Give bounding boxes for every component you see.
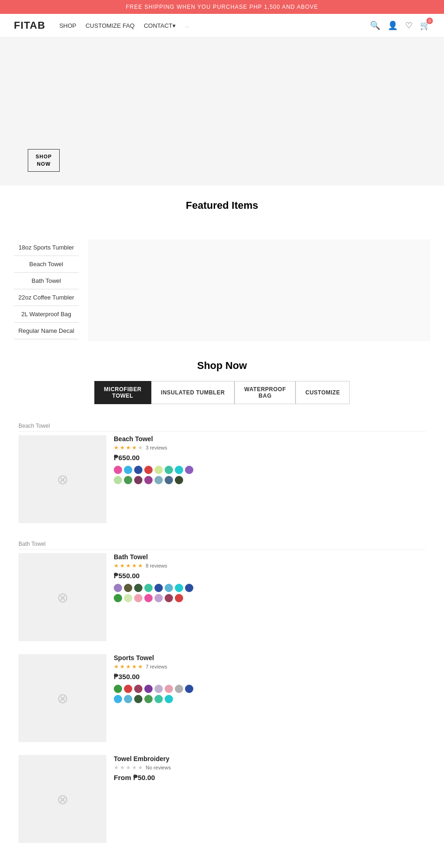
tab-tumbler[interactable]: INSULATED TUMBLER xyxy=(151,381,234,404)
product-info-bath-towel: Bath Towel ★ ★ ★ ★ ★ 8 reviews ₱550.00 xyxy=(114,553,202,602)
color-swatch[interactable] xyxy=(124,476,132,484)
color-swatch[interactable] xyxy=(165,594,173,602)
color-swatch[interactable] xyxy=(124,695,132,703)
product-image-beach-towel[interactable]: ⊗ xyxy=(18,435,106,523)
star-2: ★ xyxy=(120,764,125,771)
color-swatch[interactable] xyxy=(165,466,173,474)
stars-embroidery: ★ ★ ★ ★ ★ xyxy=(114,764,143,771)
color-swatch[interactable] xyxy=(114,695,122,703)
tab-microfiber[interactable]: MICROFIBERTOWEL xyxy=(94,381,151,404)
product-image-embroidery[interactable]: ⊗ xyxy=(18,755,106,843)
sidebar-item-bath-towel[interactable]: Bath Towel xyxy=(14,273,79,289)
featured-images-area xyxy=(88,239,430,341)
hero-shop-now-button[interactable]: SHOP NOW xyxy=(28,149,60,172)
product-image-sports-towel[interactable]: ⊗ xyxy=(18,654,106,742)
star-2: ★ xyxy=(120,444,125,451)
product-placeholder-icon: ⊗ xyxy=(57,471,68,487)
banner-text: FREE SHIPPING WHEN YOU PURCHASE PHP 1,50… xyxy=(126,4,318,10)
color-swatch[interactable] xyxy=(175,476,183,484)
color-swatch[interactable] xyxy=(144,594,153,602)
sidebar-item-sports-tumbler[interactable]: 18oz Sports Tumbler xyxy=(14,239,79,256)
stars-bath-towel: ★ ★ ★ ★ ★ xyxy=(114,562,143,569)
sidebar-item-coffee-tumbler[interactable]: 22oz Coffee Tumbler xyxy=(14,289,79,306)
color-swatch[interactable] xyxy=(114,476,122,484)
product-info-sports-towel: Sports Towel ★ ★ ★ ★ ★ 7 reviews ₱350.00 xyxy=(114,654,202,703)
color-swatch[interactable] xyxy=(185,584,193,592)
color-swatch[interactable] xyxy=(134,584,142,592)
product-name-embroidery: Towel Embroidery xyxy=(114,755,171,762)
sidebar-item-beach-towel[interactable]: Beach Towel xyxy=(14,256,79,273)
color-swatch[interactable] xyxy=(144,695,153,703)
product-name-beach-towel: Beach Towel xyxy=(114,435,202,443)
color-swatch[interactable] xyxy=(154,466,163,474)
color-swatch[interactable] xyxy=(165,476,173,484)
color-swatch[interactable] xyxy=(154,594,163,602)
star-5: ★ xyxy=(138,663,143,670)
stars-beach-towel: ★ ★ ★ ★ ★ xyxy=(114,444,143,451)
product-reviews-beach-towel: ★ ★ ★ ★ ★ 3 reviews xyxy=(114,444,202,451)
color-swatch[interactable] xyxy=(175,685,183,693)
search-icon[interactable]: 🔍 xyxy=(370,20,380,31)
color-swatch[interactable] xyxy=(134,685,142,693)
swatches-sports-towel xyxy=(114,685,202,703)
color-swatch[interactable] xyxy=(114,685,122,693)
color-swatch[interactable] xyxy=(114,594,122,602)
logo[interactable]: FITAB xyxy=(14,19,45,31)
color-swatch[interactable] xyxy=(134,476,142,484)
color-swatch[interactable] xyxy=(124,685,132,693)
nav-shop[interactable]: SHOP xyxy=(59,22,76,29)
color-swatch[interactable] xyxy=(134,695,142,703)
wishlist-icon[interactable]: ♡ xyxy=(405,20,413,31)
color-swatch[interactable] xyxy=(124,584,132,592)
star-1: ★ xyxy=(114,562,119,569)
tab-customize[interactable]: CUSTOMIZE xyxy=(296,381,350,404)
color-swatch[interactable] xyxy=(175,584,183,592)
color-swatch[interactable] xyxy=(165,695,173,703)
color-swatch[interactable] xyxy=(154,685,163,693)
color-swatch[interactable] xyxy=(175,594,183,602)
swatches-beach-towel xyxy=(114,466,202,484)
color-swatch[interactable] xyxy=(185,466,193,474)
color-swatch[interactable] xyxy=(124,594,132,602)
cart-icon[interactable]: 🛒 0 xyxy=(420,20,430,31)
color-swatch[interactable] xyxy=(124,466,132,474)
hero-shop-line1: SHOP xyxy=(36,154,52,159)
sidebar-item-name-decal[interactable]: Regular Name Decal xyxy=(14,323,79,339)
nav-extra: ... xyxy=(185,23,189,28)
product-image-bath-towel[interactable]: ⊗ xyxy=(18,553,106,641)
product-reviews-sports-towel: ★ ★ ★ ★ ★ 7 reviews xyxy=(114,663,202,670)
color-swatch[interactable] xyxy=(144,584,153,592)
shop-now-section: Shop Now MICROFIBERTOWEL INSULATED TUMBL… xyxy=(0,350,444,868)
color-swatch[interactable] xyxy=(154,584,163,592)
star-5: ★ xyxy=(138,562,143,569)
color-swatch[interactable] xyxy=(154,695,163,703)
color-swatch[interactable] xyxy=(114,466,122,474)
color-swatch[interactable] xyxy=(134,466,142,474)
sidebar-item-waterproof-bag[interactable]: 2L Waterproof Bag xyxy=(14,306,79,323)
stars-sports-towel: ★ ★ ★ ★ ★ xyxy=(114,663,143,670)
product-card-bath-towel: Bath Towel ⊗ Bath Towel ★ ★ ★ ★ ★ xyxy=(18,536,426,645)
color-swatch[interactable] xyxy=(154,476,163,484)
nav-customize-faq[interactable]: CUSTOMIZE FAQ xyxy=(86,22,135,29)
star-2: ★ xyxy=(120,663,125,670)
star-5: ★ xyxy=(138,444,143,451)
color-swatch[interactable] xyxy=(114,584,122,592)
color-swatch[interactable] xyxy=(144,466,153,474)
product-name-sports-towel: Sports Towel xyxy=(114,654,202,662)
color-swatch[interactable] xyxy=(185,685,193,693)
color-swatch[interactable] xyxy=(165,584,173,592)
color-swatch[interactable] xyxy=(165,685,173,693)
color-swatch[interactable] xyxy=(144,685,153,693)
featured-title-wrapper: Featured Items xyxy=(0,186,444,212)
main-nav: SHOP CUSTOMIZE FAQ CONTACT▾ ... xyxy=(59,22,370,29)
product-name-bath-towel: Bath Towel xyxy=(114,553,202,561)
products-grid: Beach Towel ⊗ Beach Towel ★ ★ ★ ★ ★ xyxy=(14,418,430,856)
color-swatch[interactable] xyxy=(144,476,153,484)
color-swatch[interactable] xyxy=(175,466,183,474)
shop-now-title: Shop Now xyxy=(14,360,430,372)
color-swatch[interactable] xyxy=(134,594,142,602)
product-placeholder-icon-sports: ⊗ xyxy=(57,690,68,706)
account-icon[interactable]: 👤 xyxy=(388,20,398,31)
nav-contact[interactable]: CONTACT▾ xyxy=(144,22,176,29)
tab-bag[interactable]: WATERPROOFBAG xyxy=(234,381,296,404)
